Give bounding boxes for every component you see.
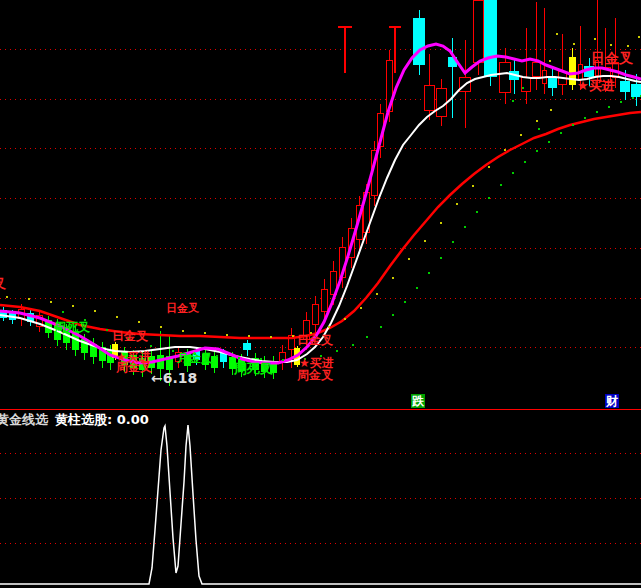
signal-label: ←6.18	[151, 371, 197, 385]
status-badge-die[interactable]: 跌	[411, 394, 425, 408]
signal-label: 周金叉	[297, 369, 333, 381]
signal-label: 叉	[0, 277, 6, 290]
indicator-series-label: 黄柱选股:	[55, 412, 112, 427]
indicator-line	[0, 410, 641, 588]
signal-label: 日金叉	[166, 303, 199, 314]
signal-label: 周死叉	[234, 362, 273, 375]
signal-label: 周死叉	[54, 321, 90, 333]
signal-label: ★买进	[577, 79, 615, 92]
main-chart[interactable]: 叉日金叉周死叉日金叉★买进周金叉月金叉←6.18周死叉日金叉★买进周金叉日金叉★…	[0, 0, 641, 392]
trading-chart-window: 叉日金叉周死叉日金叉★买进周金叉月金叉←6.18周死叉日金叉★买进周金叉日金叉★…	[0, 0, 641, 588]
signal-label: 周金叉	[116, 361, 152, 373]
status-badge-cai[interactable]: 财	[605, 394, 619, 408]
indicator-label: 黄金线选黄柱选股: 0.00	[0, 411, 149, 429]
indicator-series-value: 0.00	[117, 412, 149, 427]
signal-label: 月金叉	[177, 352, 213, 364]
indicator-name: 黄金线选	[0, 412, 48, 427]
status-bar: 跌 财	[0, 392, 641, 408]
signal-label: 日金叉	[112, 330, 148, 342]
signal-label: 日金叉	[297, 334, 333, 346]
indicator-panel[interactable]: 黄金线选黄柱选股: 0.00	[0, 410, 641, 588]
signal-label: 日金叉	[591, 51, 633, 65]
